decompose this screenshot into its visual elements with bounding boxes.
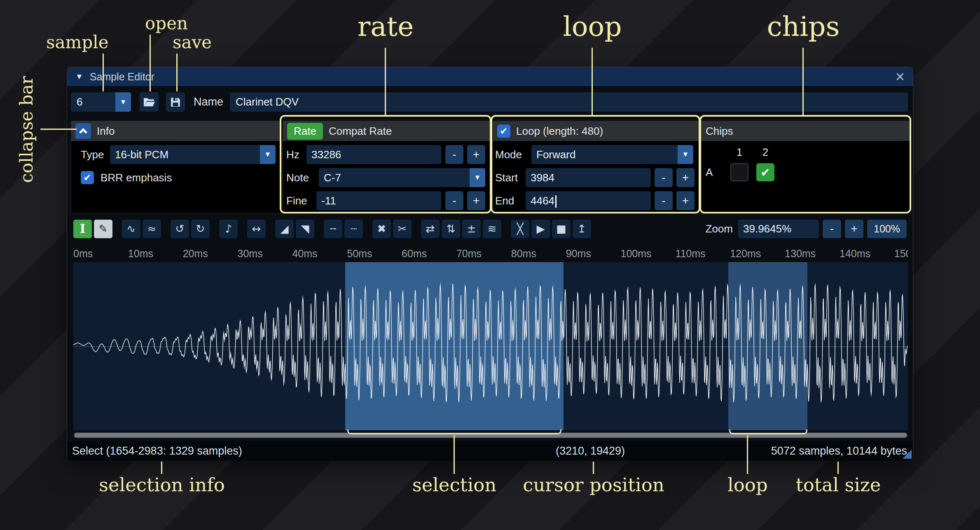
save-sample-button[interactable] [166,92,185,112]
total-size-text: 5072 samples, 10144 bytes [771,441,907,461]
filter-wave-icon: ≋ [488,223,497,234]
i-beam-icon: I [80,223,86,235]
chips-panel-title: Chips [706,125,733,138]
loop-end-plus-button[interactable]: + [676,191,695,210]
check-icon: ✔ [500,126,508,137]
timeline-ruler: 0ms10ms20ms30ms40ms50ms60ms70ms80ms90ms1… [73,244,908,261]
fade-out-button[interactable]: ◥ [296,220,314,238]
loop-start-minus-button[interactable]: - [655,168,673,187]
chevron-down-icon[interactable]: ▼ [678,145,693,164]
reverse-button[interactable]: ⇄ [421,220,440,238]
hz-plus-button[interactable]: + [467,145,485,164]
mode-label: Mode [495,145,522,164]
invert-button[interactable]: ⇅ [442,220,460,238]
window-collapse-icon[interactable]: ▼ [75,72,83,81]
redo-button[interactable]: ↻ [191,220,210,238]
zoom-controls: Zoom 39.9645% - + 100% [706,220,907,238]
scrollbar-thumb[interactable] [74,433,907,438]
loop-end-minus-button[interactable]: - [655,191,673,210]
undo-button[interactable]: ↺ [171,220,189,238]
normalize-button[interactable]: ↔ [247,220,266,238]
hz-minus-button[interactable]: - [445,145,463,164]
waveform-area[interactable] [73,262,908,430]
chips-panel-header: Chips [702,121,910,141]
preview-button[interactable]: ▶ [531,220,550,238]
brr-emphasis-checkbox[interactable]: ✔ [81,171,94,184]
zoom-in-button[interactable]: + [845,220,863,238]
chip-column-1-label: 1 [730,143,748,162]
open-sample-button[interactable] [140,92,159,112]
reverse-arrows-icon: ⇄ [426,223,435,234]
selection-info-text: Select (1654-2983: 1329 samples) [72,441,242,461]
timeline-tick: 30ms [238,248,263,260]
fine-input[interactable]: -11 [316,191,441,210]
window-titlebar[interactable]: ▼ Sample Editor × [67,67,913,86]
zoom-input[interactable]: 39.9645% [738,220,819,238]
sample-select-dropdown[interactable]: 6 ▼ [71,92,131,112]
fine-plus-button[interactable]: + [467,191,485,210]
select-tool-button[interactable]: I [73,220,92,238]
stop-preview-button[interactable]: ■ [552,220,571,238]
loop-enable-checkbox[interactable]: ✔ [497,124,510,138]
redo-icon: ↻ [196,223,205,234]
apply-silence-button[interactable]: ┈ [344,220,363,238]
filter-button[interactable]: ≋ [483,220,501,238]
loop-mode-dropdown[interactable]: Forward ▼ [531,145,693,164]
loop-panel: ✔ Loop (length: 480) Mode Forward ▼ Star… [493,121,699,213]
hz-value: 33286 [311,148,341,161]
chevron-down-icon[interactable]: ▼ [470,168,485,187]
annotation-total-size-line [837,462,839,474]
draw-tool-button[interactable]: ✎ [94,220,112,238]
chevron-down-icon[interactable]: ▼ [260,145,276,164]
loop-start-label: Start [495,168,518,187]
waveform-scrollbar[interactable] [73,432,908,439]
rate-panel-title: Compat Rate [329,125,392,138]
crossfade-loop-button[interactable]: ╳ [511,220,529,238]
annotation-cursor-position-line [593,462,594,474]
timeline-tick: 130ms [785,248,816,260]
resample-button[interactable]: ≈ [143,220,161,238]
loop-start-plus-button[interactable]: + [676,168,695,187]
chevron-down-icon[interactable]: ▼ [115,92,131,112]
sign-method-button[interactable]: ± [462,220,481,238]
amplify-button[interactable]: ♪ [219,220,238,238]
annotation-loop-label: loop [563,11,622,42]
insert-silence-button[interactable]: ╌ [324,220,342,238]
close-icon[interactable]: × [896,69,905,84]
crossfade-x-icon: ╳ [517,223,524,234]
resize-grip[interactable] [903,450,912,459]
fade-in-ramp-icon: ◢ [281,223,289,234]
check-icon: ✔ [760,166,770,179]
zoom-reset-button[interactable]: 100% [867,220,907,238]
loop-start-input[interactable]: 3984 [526,168,651,187]
zoom-out-button[interactable]: - [823,220,841,238]
fade-in-button[interactable]: ◢ [275,220,294,238]
annotation-selection-label: selection [412,474,497,496]
brr-emphasis-label: BRR emphasis [101,168,172,187]
note-dropdown[interactable]: C-7 ▼ [319,168,485,187]
trim-button[interactable]: ✂ [393,220,412,238]
hz-input[interactable]: 33286 [306,145,441,164]
loop-panel-header: ✔ Loop (length: 480) [493,121,699,141]
timeline-tick: 60ms [402,248,427,260]
rate-mode-button[interactable]: Rate [287,123,323,140]
sample-type-dropdown[interactable]: 16-bit PCM ▼ [110,145,276,164]
normalize-arrows-icon: ↔ [252,223,261,234]
chip-1-checkbox[interactable] [730,163,748,181]
loop-start-value: 3984 [531,171,554,184]
resize-button[interactable]: ∿ [122,220,140,238]
fine-minus-button[interactable]: - [445,191,463,210]
loop-end-input[interactable]: 4464 [526,191,651,210]
make-instrument-button[interactable]: ↥ [573,220,591,238]
sample-name-input[interactable]: Clarinet DQV [230,92,908,112]
delete-button[interactable]: ✖ [372,220,391,238]
annotation-rate-label: rate [358,11,414,42]
chevron-up-icon [79,128,87,136]
note-value: C-7 [319,171,470,184]
collapse-info-button[interactable] [75,123,91,139]
chip-2-checkbox[interactable]: ✔ [756,163,774,181]
speaker-icon: ♪ [225,223,232,234]
upload-icon: ↥ [578,223,587,234]
apply-silence-icon: ┈ [351,223,357,234]
annotation-open-label: open [145,13,188,33]
